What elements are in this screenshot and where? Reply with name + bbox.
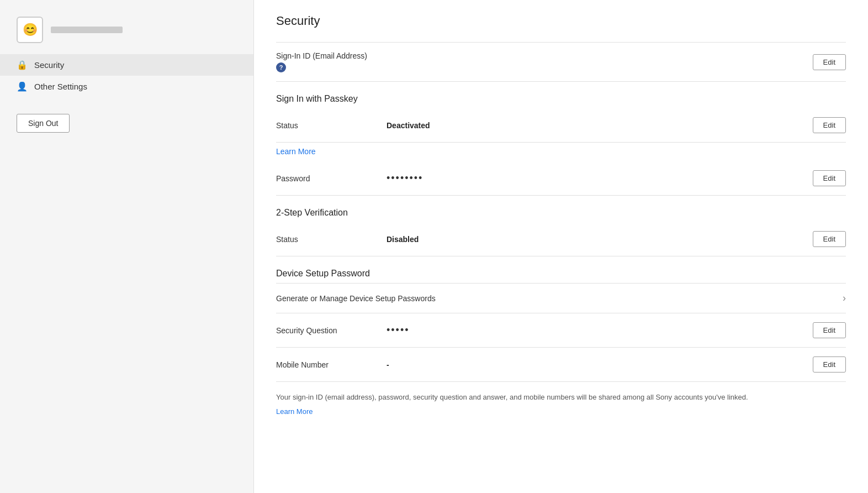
footer-learn-more-link[interactable]: Learn More (276, 407, 846, 416)
two-step-status-row: Status Disabled Edit (276, 222, 846, 256)
sign-in-id-label-group: Sign-In ID (Email Address) ? (276, 51, 375, 72)
device-setup-row[interactable]: Generate or Manage Device Setup Password… (276, 283, 846, 313)
device-setup-link-label: Generate or Manage Device Setup Password… (276, 294, 843, 303)
sign-in-id-label: Sign-In ID (Email Address) (276, 51, 375, 60)
avatar: 😊 (17, 17, 43, 43)
mobile-number-row: Mobile Number - Edit (276, 348, 846, 382)
security-question-row: Security Question ••••• Edit (276, 313, 846, 348)
main-content: Security Sign-In ID (Email Address) ? Ed… (254, 0, 868, 493)
passkey-status-value: Deactivated (375, 121, 813, 130)
security-question-label: Security Question (276, 326, 375, 335)
sign-in-id-row: Sign-In ID (Email Address) ? Edit (276, 42, 846, 82)
sign-out-button[interactable]: Sign Out (17, 114, 70, 133)
passkey-status-label: Status (276, 121, 375, 130)
sign-in-id-edit-button[interactable]: Edit (813, 54, 846, 70)
passkey-status-row: Status Deactivated Edit (276, 108, 846, 143)
password-row: Password •••••••• Edit (276, 161, 846, 196)
mobile-number-label: Mobile Number (276, 360, 375, 369)
mobile-number-value: - (375, 360, 813, 369)
password-label: Password (276, 174, 375, 183)
page-title: Security (276, 14, 846, 28)
help-icon[interactable]: ? (276, 62, 286, 72)
sidebar-profile: 😊 (0, 11, 139, 54)
passkey-heading: Sign In with Passkey (276, 94, 846, 104)
chevron-right-icon: › (843, 292, 846, 304)
footer-note: Your sign-in ID (email address), passwor… (276, 392, 846, 403)
two-step-edit-button[interactable]: Edit (813, 231, 846, 247)
password-value: •••••••• (375, 172, 813, 184)
sidebar-item-other-settings[interactable]: 👤 Other Settings (0, 76, 253, 97)
sidebar: 😊 🔒 Security 👤 Other Settings Sign Out (0, 0, 254, 493)
two-step-status-value: Disabled (375, 235, 813, 244)
mobile-number-edit-button[interactable]: Edit (813, 356, 846, 373)
device-setup-heading: Device Setup Password (276, 269, 846, 279)
sidebar-item-other-settings-label: Other Settings (34, 82, 87, 91)
sidebar-item-security-label: Security (34, 60, 64, 70)
sign-out-area: Sign Out (0, 108, 86, 138)
password-edit-button[interactable]: Edit (813, 170, 846, 186)
lock-icon: 🔒 (17, 60, 28, 70)
sidebar-username (51, 27, 123, 33)
two-step-heading: 2-Step Verification (276, 208, 846, 218)
security-question-value: ••••• (375, 324, 813, 336)
passkey-learn-more-link[interactable]: Learn More (276, 143, 846, 161)
passkey-edit-button[interactable]: Edit (813, 117, 846, 133)
sidebar-nav: 🔒 Security 👤 Other Settings (0, 54, 253, 97)
avatar-icon: 😊 (23, 23, 38, 37)
person-icon: 👤 (17, 81, 28, 92)
sidebar-item-security[interactable]: 🔒 Security (0, 54, 253, 76)
security-question-edit-button[interactable]: Edit (813, 322, 846, 338)
two-step-status-label: Status (276, 235, 375, 244)
